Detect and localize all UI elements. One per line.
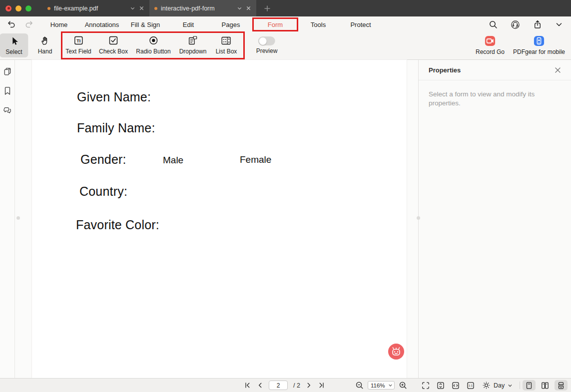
new-tab-button[interactable]: [263, 4, 271, 12]
tab-close-icon[interactable]: [139, 5, 144, 11]
check-box-icon: [108, 35, 119, 46]
record-go-button[interactable]: Record Go: [476, 35, 505, 55]
select-tool-button[interactable]: Select: [0, 33, 28, 57]
page-thumbnails-icon[interactable]: [3, 67, 12, 76]
close-panel-icon[interactable]: [555, 67, 561, 73]
last-page-button[interactable]: [318, 382, 325, 389]
first-page-button[interactable]: [244, 382, 251, 389]
document-canvas[interactable]: Given Name: Family Name: Gender: Male Fe…: [15, 60, 418, 378]
menu-fill-sign[interactable]: Fill & Sign: [131, 21, 160, 28]
chevron-down-icon: [508, 383, 513, 388]
preview-toggle[interactable]: Preview: [256, 35, 278, 54]
properties-panel: Properties Select a form to view and mod…: [418, 60, 571, 378]
pdf-page[interactable]: Given Name: Family Name: Gender: Male Fe…: [32, 60, 407, 378]
fit-width-icon[interactable]: [451, 381, 460, 390]
dropdown-tool-button[interactable]: Dropdown: [179, 35, 207, 55]
close-window-button[interactable]: [5, 5, 11, 11]
continuous-scroll-view-button[interactable]: [555, 380, 568, 391]
tool-label: Text Field: [65, 48, 91, 55]
left-panel-resize-handle[interactable]: [16, 216, 20, 220]
cursor-arrow-icon: [9, 36, 19, 46]
document-tabs: file-example.pdf interactive-pdf-form: [42, 0, 256, 16]
sun-icon: [482, 381, 491, 390]
zoom-out-icon[interactable]: [355, 381, 364, 390]
fit-height-icon[interactable]: [436, 381, 445, 390]
doc-male-label: Male: [163, 155, 183, 166]
tool-label: Record Go: [476, 48, 505, 55]
view-mode-value: Day: [494, 382, 505, 389]
main-area: Given Name: Family Name: Gender: Male Fe…: [0, 60, 571, 378]
tool-label: Preview: [256, 47, 278, 54]
comments-icon[interactable]: [3, 106, 12, 115]
fit-page-icon[interactable]: [421, 381, 430, 390]
search-icon[interactable]: [489, 20, 498, 29]
pdfgear-mobile-button[interactable]: PDFgear for mobile: [513, 35, 565, 55]
hand-tool-button[interactable]: Hand: [38, 35, 52, 55]
zoom-in-icon[interactable]: [399, 381, 407, 390]
text-field-tool-button[interactable]: TI Text Field: [65, 35, 91, 55]
record-go-icon: [484, 35, 496, 46]
tab-chevron-down-icon[interactable]: [237, 5, 242, 11]
list-box-tool-button[interactable]: List Box: [216, 35, 237, 55]
minimize-window-button[interactable]: [15, 5, 21, 11]
previous-page-button[interactable]: [257, 382, 263, 389]
share-icon[interactable]: [533, 20, 542, 29]
page-total-label: / 2: [293, 382, 300, 389]
two-page-view-button[interactable]: [539, 380, 552, 391]
menu-home[interactable]: Home: [50, 21, 68, 28]
doc-gender-label: Gender:: [80, 152, 126, 167]
bookmarks-icon[interactable]: [3, 86, 12, 95]
toggle-off-icon[interactable]: [258, 36, 275, 45]
right-panel-resize-handle[interactable]: [417, 216, 420, 220]
left-sidebar-rail: [0, 60, 15, 378]
mobile-phone-icon: [533, 35, 545, 46]
titlebar: file-example.pdf interactive-pdf-form: [0, 0, 571, 16]
tab-label: interactive-pdf-form: [161, 5, 233, 12]
radio-button-icon: [148, 35, 159, 46]
collapse-toolbar-chevron-icon[interactable]: [555, 20, 563, 28]
next-page-button[interactable]: [306, 382, 312, 389]
zoom-level-value: 116%: [371, 383, 385, 389]
zoom-window-button[interactable]: [25, 5, 31, 11]
doc-given-name-label: Given Name:: [77, 90, 151, 104]
radio-button-tool-button[interactable]: Dropdown Radio Button: [136, 35, 170, 55]
menu-edit[interactable]: Edit: [183, 21, 194, 28]
svg-text:TI: TI: [76, 38, 80, 43]
tab-close-icon[interactable]: [246, 5, 251, 11]
support-icon[interactable]: [511, 20, 520, 29]
menu-tools[interactable]: Tools: [311, 21, 326, 28]
doc-female-label: Female: [240, 154, 271, 165]
tool-label: Radio Button: [136, 48, 170, 55]
single-page-view-button[interactable]: [523, 380, 536, 391]
svg-text:1:1: 1:1: [469, 384, 473, 387]
zoom-level-select[interactable]: 116%: [368, 381, 395, 390]
dropdown-icon: [187, 35, 199, 46]
tool-label: Hand: [38, 48, 52, 55]
properties-empty-message: Select a form to view and modify its pro…: [429, 90, 555, 108]
tool-label: Select: [5, 48, 22, 55]
redo-button[interactable]: [25, 16, 34, 32]
menu-annotations[interactable]: Annotations: [85, 21, 119, 28]
tab-chevron-down-icon[interactable]: [130, 5, 135, 11]
mascot-assistant-button[interactable]: [388, 343, 405, 360]
tool-label: PDFgear for mobile: [513, 48, 565, 55]
menu-protect[interactable]: Protect: [350, 21, 371, 28]
check-box-tool-button[interactable]: Check Box: [99, 35, 128, 55]
hand-icon: [40, 35, 50, 46]
tab-file-example[interactable]: file-example.pdf: [42, 0, 149, 16]
text-field-icon: TI: [72, 35, 84, 46]
traffic-lights: [0, 5, 36, 11]
unsaved-dot-icon: [154, 7, 157, 10]
actual-size-icon[interactable]: 1:1: [466, 381, 475, 390]
menu-pages[interactable]: Pages: [222, 21, 240, 28]
tab-interactive-pdf-form[interactable]: interactive-pdf-form: [149, 0, 256, 16]
page-number-input[interactable]: [269, 381, 288, 390]
properties-title: Properties: [429, 66, 461, 74]
tool-label: Check Box: [99, 48, 128, 55]
doc-favorite-color-label: Favorite Color:: [76, 218, 159, 232]
menu-form[interactable]: Form: [268, 21, 283, 28]
tool-label: Dropdown: [179, 48, 207, 55]
tool-label: List Box: [216, 48, 237, 55]
day-mode-select[interactable]: Day: [482, 379, 513, 392]
undo-button[interactable]: [6, 16, 16, 32]
